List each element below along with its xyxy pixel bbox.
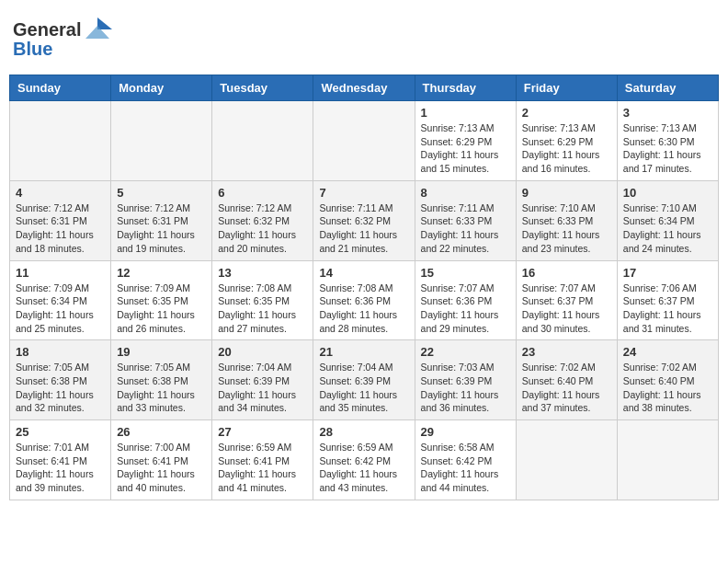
day-info: Sunrise: 6:59 AMSunset: 6:42 PMDaylight:… <box>319 441 408 495</box>
calendar-cell: 3Sunrise: 7:13 AMSunset: 6:30 PMDaylight… <box>617 101 718 181</box>
day-info: Sunrise: 7:12 AMSunset: 6:31 PMDaylight:… <box>16 201 105 256</box>
day-info: Sunrise: 7:03 AMSunset: 6:39 PMDaylight:… <box>421 361 510 415</box>
day-info: Sunrise: 7:10 AMSunset: 6:34 PMDaylight:… <box>623 201 712 256</box>
logo: General Blue <box>13 17 114 60</box>
day-info: Sunrise: 7:00 AMSunset: 6:41 PMDaylight:… <box>117 441 206 495</box>
day-info: Sunrise: 7:08 AMSunset: 6:35 PMDaylight:… <box>218 282 307 336</box>
day-info: Sunrise: 7:08 AMSunset: 6:36 PMDaylight:… <box>319 282 408 336</box>
day-number: 8 <box>421 186 510 200</box>
day-info: Sunrise: 7:04 AMSunset: 6:39 PMDaylight:… <box>319 361 408 415</box>
day-number: 4 <box>16 186 105 200</box>
calendar-cell: 20Sunrise: 7:04 AMSunset: 6:39 PMDayligh… <box>212 340 313 420</box>
calendar-cell <box>212 101 313 181</box>
day-info: Sunrise: 7:01 AMSunset: 6:41 PMDaylight:… <box>16 441 105 495</box>
day-number: 1 <box>421 106 510 120</box>
calendar-cell: 6Sunrise: 7:12 AMSunset: 6:32 PMDaylight… <box>212 180 313 260</box>
day-number: 5 <box>117 186 206 200</box>
calendar-cell: 24Sunrise: 7:02 AMSunset: 6:40 PMDayligh… <box>617 340 718 420</box>
day-number: 21 <box>319 345 408 359</box>
day-number: 29 <box>421 425 510 439</box>
day-info: Sunrise: 6:59 AMSunset: 6:41 PMDaylight:… <box>218 441 307 495</box>
calendar-table: SundayMondayTuesdayWednesdayThursdayFrid… <box>9 75 719 500</box>
calendar-header-thursday: Thursday <box>415 75 516 101</box>
day-info: Sunrise: 7:11 AMSunset: 6:32 PMDaylight:… <box>319 201 408 256</box>
day-number: 13 <box>218 266 307 280</box>
calendar-cell: 25Sunrise: 7:01 AMSunset: 6:41 PMDayligh… <box>10 420 111 500</box>
day-number: 22 <box>421 345 510 359</box>
day-info: Sunrise: 7:11 AMSunset: 6:33 PMDaylight:… <box>421 201 510 256</box>
calendar-cell: 13Sunrise: 7:08 AMSunset: 6:35 PMDayligh… <box>212 260 313 340</box>
day-info: Sunrise: 7:10 AMSunset: 6:33 PMDaylight:… <box>522 201 611 256</box>
calendar-cell: 19Sunrise: 7:05 AMSunset: 6:38 PMDayligh… <box>111 340 212 420</box>
calendar-cell: 23Sunrise: 7:02 AMSunset: 6:40 PMDayligh… <box>516 340 617 420</box>
calendar-cell: 29Sunrise: 6:58 AMSunset: 6:42 PMDayligh… <box>415 420 516 500</box>
day-number: 15 <box>421 266 510 280</box>
calendar-cell: 15Sunrise: 7:07 AMSunset: 6:36 PMDayligh… <box>415 260 516 340</box>
calendar-cell: 27Sunrise: 6:59 AMSunset: 6:41 PMDayligh… <box>212 420 313 500</box>
calendar-week-row: 18Sunrise: 7:05 AMSunset: 6:38 PMDayligh… <box>10 340 719 420</box>
day-info: Sunrise: 7:13 AMSunset: 6:29 PMDaylight:… <box>421 121 510 176</box>
calendar-cell: 28Sunrise: 6:59 AMSunset: 6:42 PMDayligh… <box>313 420 415 500</box>
day-number: 20 <box>218 345 307 359</box>
day-info: Sunrise: 7:02 AMSunset: 6:40 PMDaylight:… <box>623 361 712 415</box>
calendar-cell: 21Sunrise: 7:04 AMSunset: 6:39 PMDayligh… <box>313 340 415 420</box>
calendar-cell: 9Sunrise: 7:10 AMSunset: 6:33 PMDaylight… <box>516 180 617 260</box>
day-info: Sunrise: 7:07 AMSunset: 6:36 PMDaylight:… <box>421 282 510 336</box>
calendar-header-sunday: Sunday <box>10 75 111 101</box>
calendar-cell: 14Sunrise: 7:08 AMSunset: 6:36 PMDayligh… <box>313 260 415 340</box>
calendar-week-row: 11Sunrise: 7:09 AMSunset: 6:34 PMDayligh… <box>10 260 719 340</box>
day-info: Sunrise: 7:09 AMSunset: 6:35 PMDaylight:… <box>117 282 206 336</box>
day-number: 14 <box>319 266 408 280</box>
calendar-cell: 7Sunrise: 7:11 AMSunset: 6:32 PMDaylight… <box>313 180 415 260</box>
day-number: 11 <box>16 266 105 280</box>
day-info: Sunrise: 6:58 AMSunset: 6:42 PMDaylight:… <box>421 441 510 495</box>
calendar-cell: 16Sunrise: 7:07 AMSunset: 6:37 PMDayligh… <box>516 260 617 340</box>
day-number: 25 <box>16 425 105 439</box>
calendar-week-row: 1Sunrise: 7:13 AMSunset: 6:29 PMDaylight… <box>10 101 719 181</box>
day-number: 12 <box>117 266 206 280</box>
calendar-header-saturday: Saturday <box>617 75 718 101</box>
calendar-cell: 11Sunrise: 7:09 AMSunset: 6:34 PMDayligh… <box>10 260 111 340</box>
day-info: Sunrise: 7:13 AMSunset: 6:29 PMDaylight:… <box>522 121 611 176</box>
day-number: 9 <box>522 186 611 200</box>
calendar-cell: 26Sunrise: 7:00 AMSunset: 6:41 PMDayligh… <box>111 420 212 500</box>
day-info: Sunrise: 7:05 AMSunset: 6:38 PMDaylight:… <box>117 361 206 415</box>
day-info: Sunrise: 7:12 AMSunset: 6:31 PMDaylight:… <box>117 201 206 256</box>
day-number: 10 <box>623 186 712 200</box>
day-number: 23 <box>522 345 611 359</box>
calendar-cell: 1Sunrise: 7:13 AMSunset: 6:29 PMDaylight… <box>415 101 516 181</box>
calendar-cell: 22Sunrise: 7:03 AMSunset: 6:39 PMDayligh… <box>415 340 516 420</box>
day-number: 18 <box>16 345 105 359</box>
day-number: 6 <box>218 186 307 200</box>
svg-marker-0 <box>97 17 112 29</box>
calendar-cell <box>313 101 415 181</box>
header: General Blue <box>9 9 719 67</box>
calendar-cell <box>617 420 718 500</box>
calendar-header-monday: Monday <box>111 75 212 101</box>
day-info: Sunrise: 7:06 AMSunset: 6:37 PMDaylight:… <box>623 282 712 336</box>
day-number: 28 <box>319 425 408 439</box>
calendar-cell: 4Sunrise: 7:12 AMSunset: 6:31 PMDaylight… <box>10 180 111 260</box>
day-number: 19 <box>117 345 206 359</box>
calendar-header-friday: Friday <box>516 75 617 101</box>
day-number: 17 <box>623 266 712 280</box>
calendar-cell: 8Sunrise: 7:11 AMSunset: 6:33 PMDaylight… <box>415 180 516 260</box>
day-number: 26 <box>117 425 206 439</box>
day-number: 24 <box>623 345 712 359</box>
calendar-cell <box>516 420 617 500</box>
calendar-header-row: SundayMondayTuesdayWednesdayThursdayFrid… <box>10 75 719 101</box>
day-info: Sunrise: 7:02 AMSunset: 6:40 PMDaylight:… <box>522 361 611 415</box>
day-info: Sunrise: 7:09 AMSunset: 6:34 PMDaylight:… <box>16 282 105 336</box>
day-number: 7 <box>319 186 408 200</box>
calendar-cell: 17Sunrise: 7:06 AMSunset: 6:37 PMDayligh… <box>617 260 718 340</box>
logo-blue-text: Blue <box>13 39 52 59</box>
calendar-cell: 2Sunrise: 7:13 AMSunset: 6:29 PMDaylight… <box>516 101 617 181</box>
calendar-cell: 10Sunrise: 7:10 AMSunset: 6:34 PMDayligh… <box>617 180 718 260</box>
calendar-cell <box>10 101 111 181</box>
day-info: Sunrise: 7:13 AMSunset: 6:30 PMDaylight:… <box>623 121 712 176</box>
calendar-cell <box>111 101 212 181</box>
day-info: Sunrise: 7:05 AMSunset: 6:38 PMDaylight:… <box>16 361 105 415</box>
calendar-header-wednesday: Wednesday <box>313 75 415 101</box>
logo-general-text: General <box>13 19 81 40</box>
day-number: 3 <box>623 106 712 120</box>
